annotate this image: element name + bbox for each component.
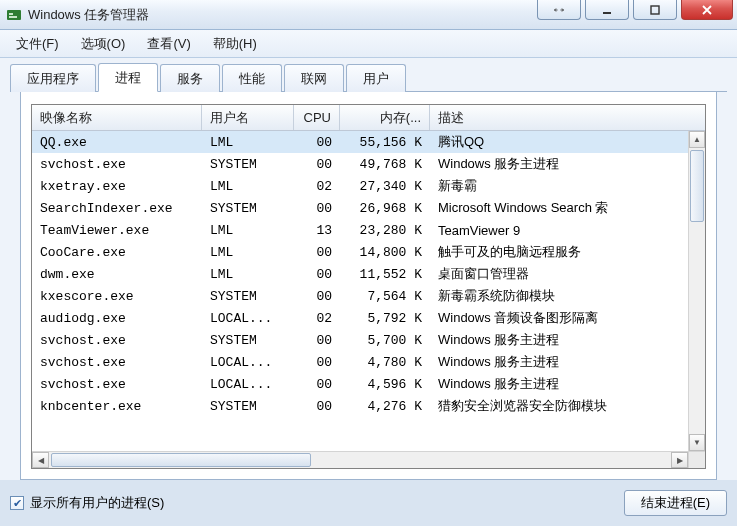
maximize-button[interactable]: [633, 0, 677, 20]
cell-desc: 触手可及的电脑远程服务: [430, 243, 688, 261]
cell-cpu: 00: [294, 267, 340, 282]
cell-name: audiodg.exe: [32, 311, 202, 326]
window-controls: [537, 0, 733, 20]
cell-name: svchost.exe: [32, 333, 202, 348]
table-row[interactable]: dwm.exeLML0011,552 K桌面窗口管理器: [32, 263, 688, 285]
cell-user: LOCAL...: [202, 355, 294, 370]
cell-desc: 腾讯QQ: [430, 133, 688, 151]
cell-cpu: 02: [294, 179, 340, 194]
close-button[interactable]: [681, 0, 733, 20]
column-header-cpu[interactable]: CPU: [294, 105, 340, 130]
horizontal-scrollbar[interactable]: ◀ ▶: [32, 451, 705, 468]
vscroll-thumb[interactable]: [690, 150, 704, 222]
table-row[interactable]: svchost.exeLOCAL...004,780 KWindows 服务主进…: [32, 351, 688, 373]
cell-name: svchost.exe: [32, 377, 202, 392]
cell-user: SYSTEM: [202, 399, 294, 414]
cell-cpu: 00: [294, 399, 340, 414]
cell-cpu: 00: [294, 201, 340, 216]
svg-rect-1: [9, 13, 13, 15]
hscroll-track[interactable]: [49, 452, 671, 468]
hscroll-thumb[interactable]: [51, 453, 311, 467]
table-row[interactable]: TeamViewer.exeLML1323,280 KTeamViewer 9: [32, 219, 688, 241]
cell-desc: 新毒霸系统防御模块: [430, 287, 688, 305]
process-list: 映像名称 用户名 CPU 内存(... 描述 QQ.exeLML0055,156…: [31, 104, 706, 469]
column-header-desc[interactable]: 描述: [430, 105, 688, 130]
restore-secondary-button[interactable]: [537, 0, 581, 20]
cell-user: LML: [202, 179, 294, 194]
column-header-name[interactable]: 映像名称: [32, 105, 202, 130]
bottom-bar: ✔ 显示所有用户的进程(S) 结束进程(E): [10, 490, 727, 516]
cell-user: SYSTEM: [202, 157, 294, 172]
cell-mem: 26,968 K: [340, 201, 430, 216]
menu-help[interactable]: 帮助(H): [203, 32, 267, 56]
cell-desc: 桌面窗口管理器: [430, 265, 688, 283]
app-icon: [6, 7, 22, 23]
tab-applications[interactable]: 应用程序: [10, 64, 96, 92]
svg-rect-2: [9, 16, 17, 18]
menu-bar: 文件(F) 选项(O) 查看(V) 帮助(H): [0, 30, 737, 58]
minimize-button[interactable]: [585, 0, 629, 20]
scroll-up-button[interactable]: ▲: [689, 131, 705, 148]
scroll-left-button[interactable]: ◀: [32, 452, 49, 468]
cell-desc: TeamViewer 9: [430, 223, 688, 238]
end-process-button[interactable]: 结束进程(E): [624, 490, 727, 516]
cell-user: LOCAL...: [202, 377, 294, 392]
tab-services[interactable]: 服务: [160, 64, 220, 92]
table-row[interactable]: audiodg.exeLOCAL...025,792 KWindows 音频设备…: [32, 307, 688, 329]
process-list-body[interactable]: QQ.exeLML0055,156 K腾讯QQsvchost.exeSYSTEM…: [32, 131, 688, 451]
cell-cpu: 00: [294, 245, 340, 260]
cell-user: LML: [202, 267, 294, 282]
cell-mem: 4,596 K: [340, 377, 430, 392]
menu-file[interactable]: 文件(F): [6, 32, 69, 56]
processes-panel: 映像名称 用户名 CPU 内存(... 描述 QQ.exeLML0055,156…: [20, 92, 717, 480]
cell-name: dwm.exe: [32, 267, 202, 282]
table-row[interactable]: QQ.exeLML0055,156 K腾讯QQ: [32, 131, 688, 153]
tab-performance[interactable]: 性能: [222, 64, 282, 92]
tab-users[interactable]: 用户: [346, 64, 406, 92]
scrollbar-corner: [688, 452, 705, 468]
checkbox-box[interactable]: ✔: [10, 496, 24, 510]
cell-cpu: 00: [294, 355, 340, 370]
cell-cpu: 13: [294, 223, 340, 238]
scroll-right-button[interactable]: ▶: [671, 452, 688, 468]
cell-mem: 7,564 K: [340, 289, 430, 304]
cell-user: LML: [202, 223, 294, 238]
cell-mem: 49,768 K: [340, 157, 430, 172]
tab-processes[interactable]: 进程: [98, 63, 158, 92]
cell-mem: 55,156 K: [340, 135, 430, 150]
cell-desc: 新毒霸: [430, 177, 688, 195]
cell-desc: Windows 服务主进程: [430, 155, 688, 173]
cell-mem: 4,780 K: [340, 355, 430, 370]
table-row[interactable]: svchost.exeSYSTEM0049,768 KWindows 服务主进程: [32, 153, 688, 175]
column-header-mem[interactable]: 内存(...: [340, 105, 430, 130]
window-title: Windows 任务管理器: [28, 6, 149, 24]
cell-mem: 4,276 K: [340, 399, 430, 414]
vertical-scrollbar[interactable]: ▲ ▼: [688, 131, 705, 451]
cell-desc: Windows 音频设备图形隔离: [430, 309, 688, 327]
menu-options[interactable]: 选项(O): [71, 32, 136, 56]
svg-rect-4: [651, 6, 659, 14]
menu-view[interactable]: 查看(V): [137, 32, 200, 56]
table-row[interactable]: SearchIndexer.exeSYSTEM0026,968 KMicroso…: [32, 197, 688, 219]
cell-cpu: 02: [294, 311, 340, 326]
cell-name: CooCare.exe: [32, 245, 202, 260]
cell-name: SearchIndexer.exe: [32, 201, 202, 216]
cell-mem: 5,792 K: [340, 311, 430, 326]
cell-desc: 猎豹安全浏览器安全防御模块: [430, 397, 688, 415]
column-header-user[interactable]: 用户名: [202, 105, 294, 130]
table-row[interactable]: kxescore.exeSYSTEM007,564 K新毒霸系统防御模块: [32, 285, 688, 307]
table-row[interactable]: svchost.exeLOCAL...004,596 KWindows 服务主进…: [32, 373, 688, 395]
cell-user: LML: [202, 245, 294, 260]
scroll-down-button[interactable]: ▼: [689, 434, 705, 451]
cell-mem: 11,552 K: [340, 267, 430, 282]
cell-user: SYSTEM: [202, 201, 294, 216]
title-bar: Windows 任务管理器: [0, 0, 737, 30]
cell-mem: 5,700 K: [340, 333, 430, 348]
vscroll-track[interactable]: [689, 148, 705, 434]
table-row[interactable]: knbcenter.exeSYSTEM004,276 K猎豹安全浏览器安全防御模…: [32, 395, 688, 417]
tab-networking[interactable]: 联网: [284, 64, 344, 92]
table-row[interactable]: CooCare.exeLML0014,800 K触手可及的电脑远程服务: [32, 241, 688, 263]
show-all-users-checkbox[interactable]: ✔ 显示所有用户的进程(S): [10, 494, 164, 512]
table-row[interactable]: svchost.exeSYSTEM005,700 KWindows 服务主进程: [32, 329, 688, 351]
table-row[interactable]: kxetray.exeLML0227,340 K新毒霸: [32, 175, 688, 197]
